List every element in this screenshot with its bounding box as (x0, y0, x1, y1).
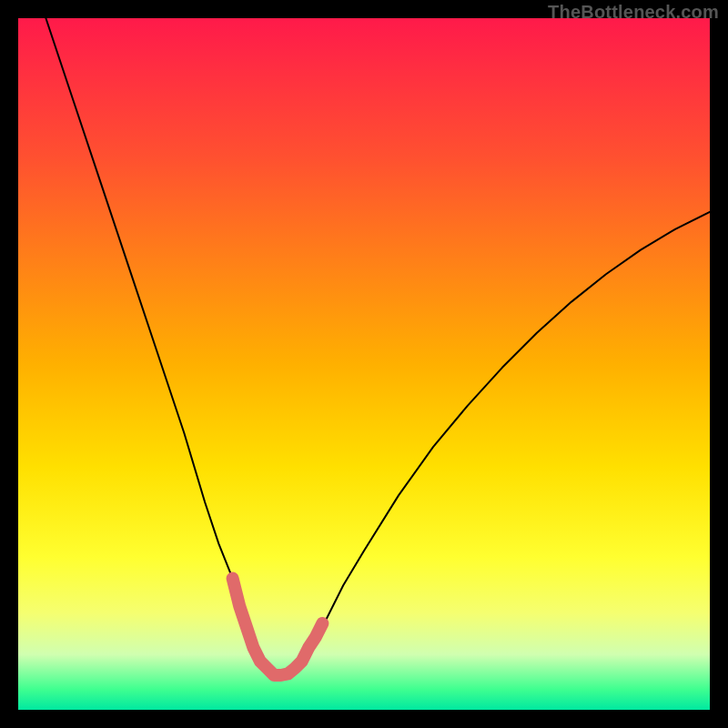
plot-area (18, 18, 710, 710)
series-black-curve (46, 18, 710, 675)
watermark-text: TheBottleneck.com (548, 2, 719, 23)
pink-segment-path (233, 579, 323, 675)
series-pink-segment (233, 579, 323, 675)
chart-overlay (18, 18, 710, 710)
black-curve-path (46, 18, 710, 675)
chart-frame: TheBottleneck.com (0, 0, 728, 728)
